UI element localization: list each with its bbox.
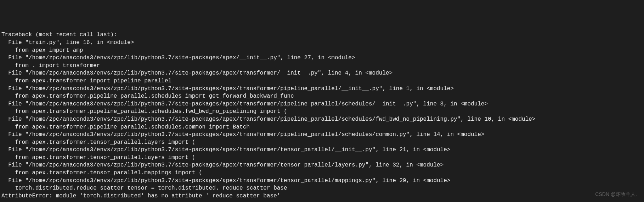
terminal-line: File "/home/zpc/anaconda3/envs/zpc/lib/p… xyxy=(1,146,643,154)
terminal-line: from apex.transformer.pipeline_parallel.… xyxy=(1,93,643,100)
terminal-line: from apex.transformer.pipeline_parallel.… xyxy=(1,108,643,116)
terminal-line: from apex.transformer.pipeline_parallel.… xyxy=(1,124,643,131)
terminal-line: from . import transformer xyxy=(1,62,643,70)
terminal-line: File "/home/zpc/anaconda3/envs/zpc/lib/p… xyxy=(1,116,643,124)
terminal-output: Traceback (most recent call last): File … xyxy=(1,31,643,200)
terminal-line: File "/home/zpc/anaconda3/envs/zpc/lib/p… xyxy=(1,177,643,185)
terminal-line: from apex.transformer.tensor_parallel.la… xyxy=(1,139,643,147)
terminal-line: Traceback (most recent call last): xyxy=(1,31,643,39)
terminal-line: File "/home/zpc/anaconda3/envs/zpc/lib/p… xyxy=(1,54,643,62)
terminal-line: torch.distributed.reduce_scatter_tensor … xyxy=(1,185,643,192)
terminal-line: AttributeError: module 'torch.distribute… xyxy=(1,192,643,200)
terminal-line: File "/home/zpc/anaconda3/envs/zpc/lib/p… xyxy=(1,85,643,93)
terminal-line: File "/home/zpc/anaconda3/envs/zpc/lib/p… xyxy=(1,100,643,108)
terminal-line: File "/home/zpc/anaconda3/envs/zpc/lib/p… xyxy=(1,70,643,77)
terminal-line: from apex.transformer.tensor_parallel.la… xyxy=(1,154,643,162)
terminal-line: from apex.transformer.tensor_parallel.ma… xyxy=(1,169,643,177)
terminal-line: File "/home/zpc/anaconda3/envs/zpc/lib/p… xyxy=(1,131,643,139)
terminal-line: File "/home/zpc/anaconda3/envs/zpc/lib/p… xyxy=(1,162,643,169)
terminal-line: from apex.transformer import pipeline_pa… xyxy=(1,77,643,85)
terminal-line: from apex import amp xyxy=(1,47,643,55)
terminal-line: File "train.py", line 16, in <module> xyxy=(1,39,643,47)
watermark: CSDN @坏牧羊人. xyxy=(595,191,637,198)
